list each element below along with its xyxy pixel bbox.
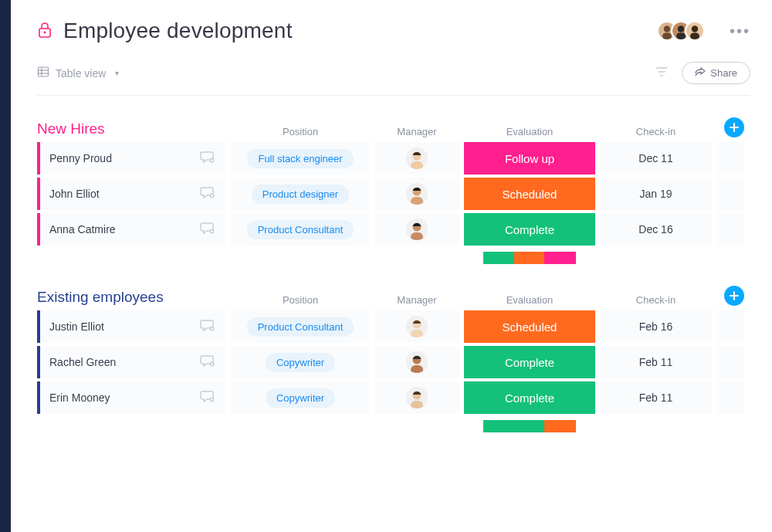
evaluation-cell[interactable]: Complete: [464, 381, 595, 414]
name-cell[interactable]: Penny Proud: [37, 142, 226, 175]
column-header-evaluation[interactable]: Evaluation: [464, 294, 595, 306]
comment-icon[interactable]: [200, 354, 215, 371]
svg-rect-7: [676, 33, 686, 39]
table-row[interactable]: Justin ElliotProduct ConsultantScheduled…: [37, 310, 750, 343]
add-row-button[interactable]: [724, 286, 744, 306]
position-pill: Product Consultant: [247, 220, 354, 239]
employee-name: Rachel Green: [49, 356, 116, 368]
chevron-down-icon: ▾: [115, 69, 119, 77]
manager-cell[interactable]: [374, 310, 459, 343]
evaluation-cell[interactable]: Complete: [464, 346, 595, 378]
evaluation-summary: [37, 417, 750, 432]
manager-cell[interactable]: [374, 178, 459, 210]
evaluation-cell[interactable]: Scheduled: [464, 178, 595, 210]
evaluation-status: Complete: [464, 346, 595, 378]
position-cell[interactable]: Full stack engineer: [231, 142, 370, 175]
row-actions[interactable]: [716, 178, 744, 210]
position-cell[interactable]: Product Consultant: [231, 310, 370, 343]
manager-avatar: [406, 316, 428, 337]
evaluation-cell[interactable]: Complete: [464, 213, 595, 246]
manager-cell[interactable]: [374, 346, 459, 378]
checkin-cell[interactable]: Feb 11: [600, 381, 712, 414]
position-pill: Copywriter: [266, 388, 335, 408]
name-cell[interactable]: John Elliot: [37, 178, 226, 210]
column-header-checkin[interactable]: Check-in: [600, 126, 712, 137]
table-row[interactable]: John ElliotProduct designerScheduledJan …: [37, 178, 750, 210]
manager-cell[interactable]: [374, 213, 459, 246]
svg-point-24: [210, 194, 213, 197]
manager-cell[interactable]: [374, 142, 459, 175]
checkin-cell[interactable]: Dec 16: [600, 213, 712, 246]
table-row[interactable]: Erin MooneyCopywriterCompleteFeb 11: [37, 381, 750, 414]
section-existing: Existing employeesPositionManagerEvaluat…: [37, 286, 750, 432]
more-menu-button[interactable]: •••: [730, 22, 750, 40]
column-header-position[interactable]: Position: [231, 126, 370, 137]
checkin-cell[interactable]: Feb 11: [600, 346, 712, 378]
page-header: Employee development •••: [37, 19, 750, 43]
row-actions[interactable]: [716, 346, 744, 378]
manager-avatar: [406, 147, 428, 169]
position-pill: Product designer: [252, 185, 349, 204]
column-header-position[interactable]: Position: [231, 294, 370, 306]
summary-segment: [544, 420, 576, 432]
section-new_hires: New HiresPositionManagerEvaluationCheck-…: [37, 117, 750, 264]
position-cell[interactable]: Copywriter: [231, 346, 370, 378]
row-actions[interactable]: [716, 381, 744, 414]
evaluation-cell[interactable]: Scheduled: [464, 310, 595, 343]
checkin-date: Jan 19: [639, 188, 672, 200]
svg-rect-4: [662, 33, 672, 39]
filter-icon[interactable]: [655, 66, 668, 80]
table-row[interactable]: Penny ProudFull stack engineerFollow upD…: [37, 142, 750, 175]
name-cell[interactable]: Anna Catmire: [37, 213, 226, 246]
add-row-button[interactable]: [724, 117, 744, 137]
evaluation-summary: [37, 249, 750, 264]
position-cell[interactable]: Product Consultant: [231, 213, 370, 246]
section-title[interactable]: Existing employees: [37, 289, 226, 306]
table-row[interactable]: Rachel GreenCopywriterCompleteFeb 11: [37, 346, 750, 378]
manager-avatar: [406, 219, 428, 240]
name-cell[interactable]: Erin Mooney: [37, 381, 226, 414]
comment-icon[interactable]: [200, 319, 215, 335]
row-actions[interactable]: [716, 310, 744, 343]
svg-rect-31: [411, 232, 423, 240]
summary-segment: [514, 252, 545, 264]
section-title[interactable]: New Hires: [37, 120, 226, 137]
checkin-cell[interactable]: Jan 19: [600, 178, 712, 210]
row-actions[interactable]: [716, 142, 744, 175]
share-button[interactable]: Share: [682, 62, 750, 84]
comment-icon[interactable]: [200, 222, 215, 238]
column-header-evaluation[interactable]: Evaluation: [464, 126, 595, 137]
checkin-cell[interactable]: Feb 16: [600, 310, 712, 343]
svg-rect-23: [411, 161, 423, 169]
manager-cell[interactable]: [374, 381, 459, 414]
nav-rail[interactable]: [0, 0, 11, 532]
svg-rect-41: [411, 365, 423, 373]
evaluation-cell[interactable]: Follow up: [464, 142, 595, 175]
manager-avatar: [406, 387, 428, 408]
column-header-manager[interactable]: Manager: [374, 126, 459, 137]
share-label: Share: [710, 67, 737, 79]
svg-point-6: [678, 25, 684, 32]
view-switcher[interactable]: Table view ▾: [37, 66, 119, 80]
section-header: Existing employeesPositionManagerEvaluat…: [37, 286, 750, 310]
position-cell[interactable]: Copywriter: [231, 381, 370, 414]
name-cell[interactable]: Justin Elliot: [37, 310, 226, 343]
svg-point-20: [210, 158, 213, 161]
manager-avatar: [406, 351, 428, 373]
column-header-checkin[interactable]: Check-in: [600, 294, 712, 306]
position-cell[interactable]: Product designer: [231, 178, 370, 210]
row-actions[interactable]: [716, 213, 744, 246]
name-cell[interactable]: Rachel Green: [37, 346, 226, 378]
summary-segment: [483, 252, 514, 264]
lock-icon: [37, 22, 52, 41]
checkin-cell[interactable]: Dec 11: [600, 142, 712, 175]
section-header: New HiresPositionManagerEvaluationCheck-…: [37, 117, 750, 142]
table-row[interactable]: Anna CatmireProduct ConsultantCompleteDe…: [37, 213, 750, 246]
comment-icon[interactable]: [200, 186, 215, 202]
avatar[interactable]: [685, 21, 705, 41]
collaborator-avatars[interactable]: [663, 21, 705, 41]
column-header-manager[interactable]: Manager: [374, 294, 459, 306]
comment-icon[interactable]: [200, 390, 215, 406]
toolbar: Table view ▾ Share: [37, 62, 750, 96]
comment-icon[interactable]: [200, 151, 215, 167]
